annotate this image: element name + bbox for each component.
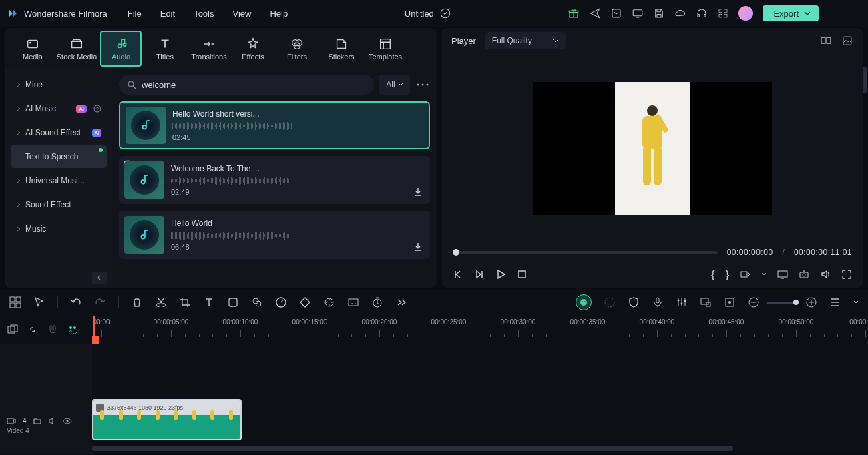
quality-dropdown[interactable]: Full Quality (485, 32, 566, 49)
undo-icon[interactable] (70, 296, 82, 308)
text-icon[interactable] (203, 296, 215, 308)
keyframe-icon[interactable] (299, 296, 311, 308)
ratio-icon[interactable] (740, 269, 750, 280)
more-tools-icon[interactable] (395, 296, 407, 308)
prev-frame-icon[interactable] (453, 269, 463, 280)
download-icon[interactable] (413, 187, 423, 197)
zoom-in-icon[interactable] (805, 296, 817, 308)
timeline-h-scrollbar[interactable] (92, 446, 868, 451)
volume-icon[interactable] (820, 269, 831, 280)
menu-file[interactable]: File (128, 9, 142, 19)
render-icon[interactable] (604, 296, 616, 308)
tab-effects[interactable]: Effects (232, 31, 274, 67)
stop-icon[interactable] (517, 269, 527, 280)
cloud-icon[interactable] (674, 7, 686, 19)
compare-view-icon[interactable] (820, 35, 832, 47)
tab-media[interactable]: Media (12, 31, 53, 67)
more-icon[interactable] (415, 83, 430, 87)
gift-icon[interactable] (568, 7, 580, 19)
apps-icon[interactable] (717, 7, 729, 19)
redo-icon[interactable] (94, 296, 106, 308)
tab-audio[interactable]: Audio (100, 31, 142, 67)
library-icon[interactable] (610, 7, 622, 19)
chevron-down-icon[interactable] (761, 272, 767, 277)
timeline-v-scrollbar[interactable] (863, 67, 867, 93)
search-input-wrapper[interactable] (119, 75, 374, 95)
mark-out-icon[interactable]: } (726, 269, 729, 280)
menu-view[interactable]: View (232, 9, 251, 19)
timer-icon[interactable] (371, 296, 383, 308)
save-icon[interactable] (653, 7, 665, 19)
cursor-icon[interactable] (33, 296, 45, 308)
ai-assistant-icon[interactable] (576, 294, 592, 310)
timeline-tracks-area[interactable]: 3376x8446 1080 1920 23fps (92, 344, 868, 454)
cut-icon[interactable] (155, 296, 167, 308)
crop-icon[interactable] (179, 296, 191, 308)
chevron-down-icon[interactable] (853, 300, 859, 305)
folder-icon[interactable] (33, 417, 41, 425)
help-icon[interactable]: ? (93, 105, 101, 113)
mark-in-icon[interactable]: { (711, 269, 714, 280)
zoom-slider[interactable] (767, 302, 799, 304)
speed-icon[interactable] (275, 296, 287, 308)
playhead[interactable] (93, 316, 95, 344)
monitor-icon[interactable] (632, 7, 644, 19)
magnet-icon[interactable] (47, 324, 59, 336)
visibility-icon[interactable] (63, 417, 72, 425)
subtitle-icon[interactable] (347, 296, 359, 308)
play-forward-icon[interactable] (474, 269, 485, 280)
record-screen-icon[interactable] (700, 296, 712, 308)
filter-dropdown[interactable]: All (379, 75, 410, 95)
audio-item[interactable]: Hello World 06:48 (119, 211, 430, 259)
menu-help[interactable]: Help (270, 9, 288, 19)
sidebar-item-sound-effect[interactable]: Sound Effect (11, 193, 107, 216)
audio-item[interactable]: Hello World short versi... 02:45 (119, 101, 430, 149)
user-avatar[interactable] (738, 6, 753, 21)
zoom-out-icon[interactable] (748, 296, 760, 308)
export-button[interactable]: Export (763, 5, 819, 21)
auto-ripple-icon[interactable] (67, 324, 79, 336)
picture-icon[interactable] (841, 35, 853, 47)
play-icon[interactable] (495, 269, 506, 280)
menu-edit[interactable]: Edit (160, 9, 175, 19)
sidebar-collapse-button[interactable] (92, 272, 107, 284)
tab-templates[interactable]: Templates (365, 31, 406, 67)
mic-icon[interactable] (652, 296, 664, 308)
video-clip[interactable]: 3376x8446 1080 1920 23fps (92, 399, 242, 440)
scrub-handle[interactable] (453, 249, 459, 256)
scrub-track[interactable] (453, 251, 718, 254)
mute-icon[interactable] (48, 417, 56, 425)
menu-tools[interactable]: Tools (194, 9, 214, 19)
tab-transitions[interactable]: Transitions (188, 31, 230, 67)
audio-mixer-icon[interactable] (676, 296, 688, 308)
snapshot-icon[interactable] (799, 269, 809, 280)
timeline-ruler[interactable]: 00:0000:00:05:0000:00:10:0000:00:15:0000… (92, 316, 868, 344)
tab-titles[interactable]: Titles (144, 31, 186, 67)
fullscreen-icon[interactable] (841, 269, 852, 280)
layout-icon[interactable] (9, 296, 21, 308)
color-icon[interactable] (251, 296, 263, 308)
marker-icon[interactable] (724, 296, 736, 308)
search-input[interactable] (142, 80, 366, 90)
list-view-icon[interactable] (829, 296, 841, 308)
cloud-sync-icon[interactable] (439, 7, 451, 19)
delete-icon[interactable] (131, 296, 143, 308)
tab-filters[interactable]: Filters (276, 31, 318, 67)
headphones-icon[interactable] (696, 7, 708, 19)
display-icon[interactable] (777, 269, 788, 280)
audio-item[interactable]: 💎 Welcome Back To The ... 02:49 (119, 156, 430, 204)
link-icon[interactable] (27, 324, 39, 336)
tab-stickers[interactable]: Stickers (320, 31, 362, 67)
sidebar-item-music[interactable]: Music (11, 217, 107, 240)
frame-icon[interactable] (227, 296, 239, 308)
send-icon[interactable] (589, 7, 601, 19)
tab-stock-media[interactable]: Stock Media (56, 31, 97, 67)
player-viewport[interactable] (442, 53, 863, 244)
track-add-icon[interactable] (7, 324, 19, 336)
sidebar-item-universal-music[interactable]: Universal Musi... (11, 169, 107, 192)
shield-icon[interactable] (628, 296, 640, 308)
magic-icon[interactable] (323, 296, 335, 308)
sidebar-item-text-to-speech[interactable]: Text to Speech (11, 145, 107, 168)
download-icon[interactable] (413, 242, 423, 252)
sidebar-item-ai-sound-effect[interactable]: AI Sound EffectAI (11, 121, 107, 144)
